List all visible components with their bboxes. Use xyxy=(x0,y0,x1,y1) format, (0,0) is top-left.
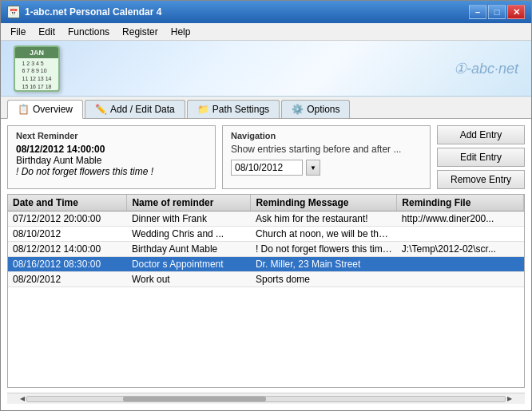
scrollbar-track[interactable] xyxy=(26,396,506,402)
col-date: Date and Time xyxy=(8,195,127,211)
menu-edit[interactable]: Edit xyxy=(32,25,62,39)
brand-logo: ①-abc·net xyxy=(454,60,518,77)
table-cell-0: 08/20/2012 xyxy=(8,272,127,287)
horizontal-scrollbar[interactable]: ◀ ▶ xyxy=(7,393,525,404)
scroll-right-arrow[interactable]: ▶ xyxy=(506,395,514,402)
table-cell-1: Doctor s Appointment xyxy=(127,257,251,272)
calendar-month: JAN xyxy=(15,47,58,58)
next-reminder-box: Next Reminder 08/12/2012 14:00:00 Birthd… xyxy=(7,125,216,189)
entries-table-container: Date and Time Name of reminder Reminding… xyxy=(7,194,525,388)
table-row[interactable]: 08/10/2012Wedding Chris and ...Church at… xyxy=(8,227,524,242)
tab-add-edit[interactable]: ✏️ Add / Edit Data xyxy=(85,100,185,118)
table-cell-2: Dr. Miller, 23 Main Street xyxy=(251,257,397,272)
calendar-grid: 1 2 3 4 56 7 8 9 1011 12 13 1415 16 17 1… xyxy=(21,58,54,92)
tab-overview-label: Overview xyxy=(33,104,73,115)
path-settings-tab-icon: 📁 xyxy=(197,104,209,115)
table-cell-0: 08/12/2012 14:00:00 xyxy=(8,242,127,257)
calendar-icon: JAN 1 2 3 4 56 7 8 9 1011 12 13 1415 16 … xyxy=(14,45,60,92)
table-cell-2: Sports dome xyxy=(251,272,397,287)
reminder-name: Birthday Aunt Mable xyxy=(16,155,207,166)
remove-entry-button[interactable]: Remove Entry xyxy=(437,170,525,189)
top-section: Next Reminder 08/12/2012 14:00:00 Birthd… xyxy=(7,125,525,189)
table-row[interactable]: 08/16/2012 08:30:00Doctor s AppointmentD… xyxy=(8,257,524,272)
table-cell-0: 08/16/2012 08:30:00 xyxy=(8,257,127,272)
app-icon: 📅 xyxy=(7,6,20,18)
tab-path-settings-label: Path Settings xyxy=(212,104,269,115)
entries-table: Date and Time Name of reminder Reminding… xyxy=(8,195,524,287)
navigation-label: Navigation xyxy=(231,131,422,140)
navigation-description: Show entries starting before and after .… xyxy=(231,144,422,155)
overview-tab-icon: 📋 xyxy=(18,104,30,115)
date-dropdown-button[interactable]: ▼ xyxy=(306,160,320,176)
tab-overview[interactable]: 📋 Overview xyxy=(7,100,83,119)
col-file: Reminding File xyxy=(397,195,524,211)
table-cell-3 xyxy=(397,272,524,287)
navigation-date-input[interactable] xyxy=(231,160,303,176)
table-header-row: Date and Time Name of reminder Reminding… xyxy=(8,195,524,211)
table-cell-3 xyxy=(397,227,524,242)
table-cell-1: Dinner with Frank xyxy=(127,211,251,227)
menu-bar: File Edit Functions Register Help xyxy=(1,23,531,41)
table-cell-2: ! Do not forget flowers this time ! xyxy=(251,242,397,257)
table-row[interactable]: 08/20/2012Work outSports dome xyxy=(8,272,524,287)
tab-add-edit-label: Add / Edit Data xyxy=(110,104,175,115)
window-controls: – □ ✕ xyxy=(469,5,525,19)
table-cell-3 xyxy=(397,257,524,272)
table-cell-2: Church at noon, we will be there later xyxy=(251,227,397,242)
close-button[interactable]: ✕ xyxy=(507,5,525,19)
menu-register[interactable]: Register xyxy=(116,25,165,39)
main-content: Next Reminder 08/12/2012 14:00:00 Birthd… xyxy=(1,119,531,410)
reminder-message: ! Do not forget flowers this time ! xyxy=(16,166,207,177)
table-cell-1: Birthday Aunt Mable xyxy=(127,242,251,257)
tab-bar: 📋 Overview ✏️ Add / Edit Data 📁 Path Set… xyxy=(1,97,531,119)
table-cell-3: http://www.diner200... xyxy=(397,211,524,227)
main-window: 📅 1-abc.net Personal Calendar 4 – □ ✕ Fi… xyxy=(0,0,532,411)
table-cell-1: Work out xyxy=(127,272,251,287)
table-cell-0: 08/10/2012 xyxy=(8,227,127,242)
col-name: Name of reminder xyxy=(127,195,251,211)
scrollbar-thumb[interactable] xyxy=(123,397,266,401)
scroll-left-arrow[interactable]: ◀ xyxy=(18,395,26,402)
title-bar: 📅 1-abc.net Personal Calendar 4 – □ ✕ xyxy=(1,1,531,23)
table-cell-2: Ask him for the restaurant! xyxy=(251,211,397,227)
menu-help[interactable]: Help xyxy=(165,25,197,39)
table-cell-0: 07/12/2012 20:00:00 xyxy=(8,211,127,227)
table-cell-1: Wedding Chris and ... xyxy=(127,227,251,242)
minimize-button[interactable]: – xyxy=(469,5,486,19)
menu-file[interactable]: File xyxy=(4,25,32,39)
date-input-row: ▼ xyxy=(231,160,422,176)
action-buttons: Add Entry Edit Entry Remove Entry xyxy=(437,125,525,189)
table-row[interactable]: 07/12/2012 20:00:00Dinner with FrankAsk … xyxy=(8,211,524,227)
window-title: 1-abc.net Personal Calendar 4 xyxy=(25,6,161,18)
menu-functions[interactable]: Functions xyxy=(62,25,116,39)
header-area: JAN 1 2 3 4 56 7 8 9 1011 12 13 1415 16 … xyxy=(1,41,531,97)
navigation-box: Navigation Show entries starting before … xyxy=(222,125,431,189)
tab-options-label: Options xyxy=(307,104,339,115)
maximize-button[interactable]: □ xyxy=(488,5,506,19)
options-tab-icon: ⚙️ xyxy=(292,104,304,115)
table-row[interactable]: 08/12/2012 14:00:00Birthday Aunt Mable! … xyxy=(8,242,524,257)
next-reminder-label: Next Reminder xyxy=(16,131,207,140)
reminder-date: 08/12/2012 14:00:00 xyxy=(16,144,207,155)
edit-entry-button[interactable]: Edit Entry xyxy=(437,148,525,167)
tab-options[interactable]: ⚙️ Options xyxy=(281,100,350,118)
add-entry-button[interactable]: Add Entry xyxy=(437,125,525,144)
table-cell-3: J:\Temp\2012-02\scr... xyxy=(397,242,524,257)
tab-path-settings[interactable]: 📁 Path Settings xyxy=(187,100,280,118)
add-edit-tab-icon: ✏️ xyxy=(95,104,107,115)
col-message: Reminding Message xyxy=(251,195,397,211)
